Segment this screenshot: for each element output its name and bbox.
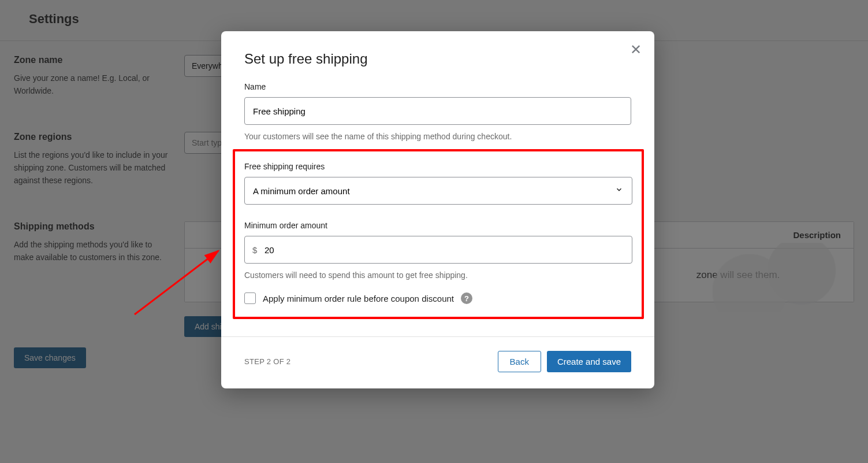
name-label: Name: [244, 82, 631, 91]
name-input[interactable]: [244, 97, 631, 125]
name-hint: Your customers will see the name of this…: [244, 132, 631, 141]
requires-select[interactable]: A minimum order amount: [244, 177, 632, 205]
apply-rule-checkbox[interactable]: [244, 292, 256, 304]
min-amount-label: Minimum order amount: [244, 221, 632, 230]
min-amount-hint: Customers will need to spend this amount…: [244, 271, 632, 280]
help-icon[interactable]: ?: [461, 292, 472, 304]
highlight-annotation: Free shipping requires A minimum order a…: [233, 149, 644, 319]
close-button[interactable]: ✕: [630, 43, 642, 57]
apply-rule-label: Apply minimum order rule before coupon d…: [263, 294, 454, 303]
requires-label: Free shipping requires: [244, 162, 632, 171]
modal-title: Set up free shipping: [244, 51, 631, 67]
min-amount-input[interactable]: [244, 236, 632, 264]
create-and-save-button[interactable]: Create and save: [547, 351, 631, 372]
requires-field: Free shipping requires A minimum order a…: [244, 162, 632, 205]
back-button[interactable]: Back: [498, 351, 541, 372]
currency-symbol: $: [252, 245, 257, 255]
min-amount-field: Minimum order amount $ Customers will ne…: [244, 221, 632, 280]
free-shipping-modal: ✕ Set up free shipping Name Your custome…: [221, 31, 654, 388]
step-indicator: STEP 2 OF 2: [244, 357, 290, 366]
close-icon: ✕: [630, 42, 642, 57]
name-field: Name Your customers will see the name of…: [244, 82, 631, 141]
apply-rule-row: Apply minimum order rule before coupon d…: [244, 292, 632, 304]
modal-footer: STEP 2 OF 2 Back Create and save: [221, 336, 654, 372]
